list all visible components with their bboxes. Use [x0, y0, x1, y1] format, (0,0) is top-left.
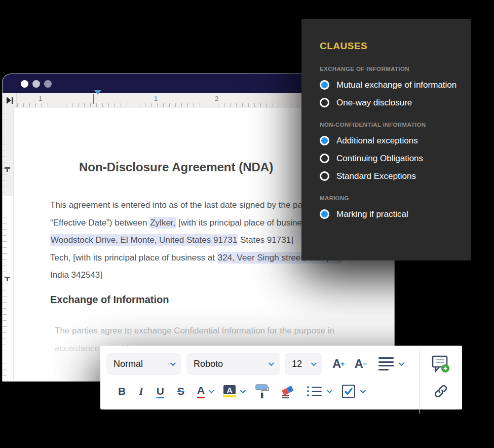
checkbox-chevron-icon[interactable]: [360, 388, 365, 393]
toolbar-divider: [419, 368, 420, 414]
text-segment: This agreement is entered into as of the…: [50, 200, 336, 210]
clause-option[interactable]: One-way disclosure: [320, 98, 461, 107]
clause-option-label: Marking if practical: [336, 209, 408, 219]
indent-marker[interactable]: [93, 95, 101, 104]
highlight-chevron-icon[interactable]: [240, 388, 246, 393]
document-title: Non-Disclosure Agreement (NDA): [79, 160, 273, 174]
section-heading: Exchange of Information: [50, 294, 169, 306]
paragraph-line: “Effective Date”) between Zylker, [with …: [50, 214, 341, 232]
radio-unselected-icon[interactable]: [320, 154, 329, 163]
decrease-font-size-button[interactable]: A−: [355, 357, 367, 371]
paint-roller-icon: [254, 383, 270, 399]
paragraph-style-value: Normal: [113, 359, 143, 369]
clause-option[interactable]: Mutual exchange of information: [320, 80, 461, 90]
clause-option-label: Mutual exchange of information: [336, 80, 457, 90]
margin-marker[interactable]: [5, 167, 10, 169]
add-comment-button[interactable]: [431, 354, 450, 374]
clause-option-label: Continuing Obligations: [336, 154, 423, 164]
clauses-panel-title: CLAUSES: [320, 41, 461, 52]
highlight-icon: A: [223, 385, 236, 394]
clause-group-label: MARKING: [320, 195, 461, 201]
paragraph-line: Woodstock Drive, El Monte, United States…: [50, 232, 341, 249]
chevron-down-icon: [311, 360, 317, 366]
alignment-chevron-icon[interactable]: [399, 360, 404, 366]
text-segment: “Effective Date”) between: [50, 218, 149, 228]
clause-option-label: One-way disclosure: [336, 98, 412, 108]
increase-font-size-button[interactable]: A+: [332, 357, 345, 371]
paragraph-style-select[interactable]: Normal: [106, 353, 181, 375]
paragraph-line: Tech, [with its principal place of busin…: [50, 249, 341, 267]
alignment-button[interactable]: [371, 357, 396, 370]
paragraph-line: India 342543]: [50, 267, 341, 284]
add-comment-icon: [431, 354, 450, 374]
clause-option-label: Standard Exceptions: [336, 171, 416, 181]
eraser-icon: [280, 383, 296, 399]
clauses-panel: CLAUSES EXCHANGE OF INFORMATIONMutual ex…: [301, 19, 471, 260]
ruler-number: 1: [39, 95, 42, 102]
tab-stop-selector-icon[interactable]: [3, 93, 17, 107]
text-segment: Tech, [with its principal place of busin…: [50, 253, 217, 263]
font-color-chevron-icon[interactable]: [209, 388, 214, 393]
insert-link-button[interactable]: [433, 383, 449, 399]
bullet-list-icon: [307, 386, 322, 396]
bullet-list-button[interactable]: [301, 386, 324, 396]
clause-option-label: Additional exceptions: [336, 136, 418, 146]
formatting-toolbar: Normal Roboto 12 A+ A−: [100, 346, 462, 409]
checkbox-button[interactable]: [342, 385, 355, 398]
radio-selected-icon[interactable]: [320, 209, 329, 219]
clause-groups: EXCHANGE OF INFORMATIONMutual exchange o…: [320, 66, 461, 219]
margin-marker[interactable]: [5, 277, 10, 278]
window-zoom-button[interactable]: [44, 80, 52, 88]
underline-button[interactable]: U: [157, 385, 164, 397]
paragraph: This agreement is entered into as of the…: [50, 197, 341, 284]
font-color-button[interactable]: A: [197, 384, 205, 398]
clear-formatting-button[interactable]: [280, 383, 296, 399]
paragraph-line: This agreement is entered into as of the…: [50, 197, 341, 214]
font-family-value: Roboto: [194, 359, 223, 369]
text-segment: States 91731]: [238, 235, 293, 245]
chevron-down-icon: [269, 360, 274, 366]
window-minimize-button[interactable]: [32, 80, 40, 88]
align-left-icon: [378, 357, 394, 370]
format-painter-button[interactable]: [254, 383, 270, 399]
vertical-ruler: [3, 108, 14, 381]
clause-option[interactable]: Marking if practical: [320, 209, 461, 219]
italic-button[interactable]: I: [139, 385, 143, 398]
radio-unselected-icon[interactable]: [320, 98, 329, 107]
font-size-value: 12: [292, 359, 302, 369]
clause-option[interactable]: Additional exceptions: [320, 136, 461, 145]
merge-field-highlight: Woodstock Drive, El Monte, United States…: [50, 234, 238, 246]
radio-selected-icon[interactable]: [320, 136, 329, 145]
highlight-color-button[interactable]: A: [223, 385, 236, 397]
strikethrough-button[interactable]: S: [177, 385, 184, 397]
font-size-select[interactable]: 12: [285, 353, 322, 375]
clause-group-label: NON-CONFIDENTIAL INFORMATION: [320, 122, 461, 128]
ruler-number: 1: [154, 95, 158, 102]
bold-button[interactable]: B: [118, 385, 126, 397]
radio-selected-icon[interactable]: [320, 80, 329, 90]
ruler-number: 2: [215, 95, 218, 102]
clause-group-label: EXCHANGE OF INFORMATION: [320, 66, 461, 72]
radio-unselected-icon[interactable]: [320, 171, 329, 181]
clause-option[interactable]: Standard Exceptions: [320, 171, 461, 181]
merge-field-highlight: Zylker,: [149, 217, 176, 229]
text-segment: India 342543]: [50, 270, 102, 280]
link-icon: [433, 383, 449, 399]
faded-line: The parties agree to exchange Confidenti…: [55, 322, 334, 340]
window-close-button[interactable]: [21, 80, 28, 88]
font-family-select[interactable]: Roboto: [186, 353, 280, 375]
checkmark-icon: [344, 387, 353, 395]
list-chevron-icon[interactable]: [326, 388, 332, 393]
chevron-down-icon: [170, 360, 176, 366]
clause-option[interactable]: Continuing Obligations: [320, 154, 461, 163]
